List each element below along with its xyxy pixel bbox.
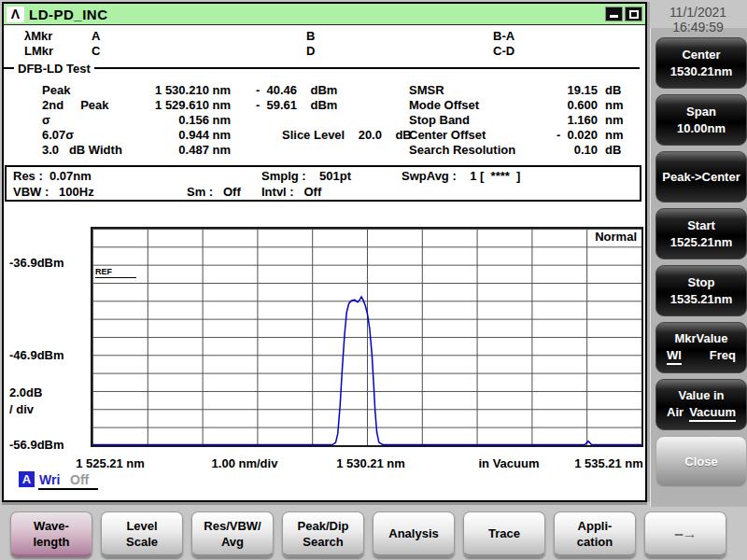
softkey-value: 1530.21nm — [670, 64, 733, 78]
ref-level-marker: REF — [95, 267, 136, 278]
result-value: - 0.020 — [540, 128, 598, 143]
sweep-settings-box: Res : 0.07nm Smplg : 501pt SwpAvg : 1 [ … — [5, 165, 641, 202]
fkey-trace[interactable]: Trace — [463, 511, 545, 557]
marker-c-label: C — [92, 44, 100, 59]
fkey-application[interactable]: Appli- cation — [554, 511, 636, 557]
fkey-label: Analysis — [388, 525, 438, 541]
result-value: 0.600 — [540, 98, 598, 113]
sampling-setting: Smplg : 501pt — [261, 169, 351, 184]
result-label: Center Offset — [409, 128, 540, 143]
fkey-label: cation — [577, 534, 613, 550]
result-value: 0.156 nm — [140, 113, 231, 128]
softkey-label: Center — [682, 48, 720, 62]
fkey-analysis[interactable]: Analysis — [373, 511, 455, 557]
result-label: 6.07σ — [42, 128, 140, 143]
fkey-label: Peak/Dip — [298, 518, 349, 534]
fkey-level-scale[interactable]: Level Scale — [101, 511, 183, 557]
datetime-display: 11/1/2021 16:49:59 — [649, 5, 747, 35]
sweep-average-setting: SwpAvg : 1 [ **** ] — [402, 169, 520, 184]
trace-off-label[interactable]: Off — [70, 472, 89, 487]
result-label: 3.0 dB Width — [42, 143, 140, 158]
result-row: Mode Offset0.600nm — [409, 98, 624, 113]
result-row: Search Resolution0.10dB — [409, 143, 624, 158]
option-frequency[interactable]: Freq — [710, 348, 736, 365]
fkey-label: Scale — [126, 534, 158, 550]
smoothing-setting: Sm : Off — [187, 185, 241, 200]
y-scale-unit-label: / div — [9, 402, 84, 416]
resolution-setting: Res : 0.07nm — [13, 169, 92, 184]
softkey-span[interactable]: Span 10.00nm — [655, 94, 747, 146]
fkey-wavelength[interactable]: Wave- length — [10, 511, 92, 557]
trace-a-badge[interactable]: A — [19, 471, 35, 487]
result-row: 2nd Peak1 529.610 nm- 59.61 dBm — [42, 98, 412, 113]
trace-write-label[interactable]: Wri — [39, 472, 60, 487]
marker-c-d-label: C-D — [493, 44, 514, 59]
result-row: σ0.156 nm — [42, 113, 412, 128]
result-label: SMSR — [409, 83, 540, 98]
result-row: Peak1 530.210 nm- 40.46 dBm — [42, 83, 412, 98]
x-axis-div-label: 1.00 nm/div — [212, 456, 278, 470]
option-air[interactable]: Air — [667, 405, 684, 422]
maximize-button[interactable] — [625, 7, 642, 21]
softkey-close[interactable]: Close — [655, 436, 747, 487]
softkey-center[interactable]: Center 1530.21nm — [655, 37, 747, 89]
softkey-label: MkrValue — [674, 331, 727, 345]
result-unit: dB — [605, 83, 621, 98]
fkey-label: Appli- — [578, 518, 613, 534]
marker-a-label: A — [92, 29, 100, 44]
softkey-value-in[interactable]: Value in Air Vacuum — [655, 379, 747, 430]
fkey-label: Search — [303, 534, 343, 550]
result-row: Stop Band1.160nm — [409, 113, 624, 128]
result-unit: nm — [605, 128, 624, 143]
trace-mode-label: Normal — [595, 230, 637, 244]
y-axis-label-top: -36.9dBm — [9, 256, 84, 270]
level-marker-label: LMkr — [24, 44, 53, 59]
legend-rule-left — [4, 67, 14, 69]
x-axis-stop-label: 1 535.21 nm — [574, 456, 643, 470]
softkey-value: 1525.21nm — [670, 235, 733, 249]
minimize-icon — [610, 15, 618, 18]
option-vacuum[interactable]: Vacuum — [689, 405, 736, 422]
lambda-marker-label: λMkr — [24, 29, 52, 44]
result-label: σ — [42, 113, 140, 128]
osa-screen: 11/1/2021 16:49:59 Λ LD-PD_INC λMkr A B … — [0, 0, 747, 560]
maximize-icon — [629, 10, 639, 19]
option-wavelength[interactable]: Wl — [667, 348, 682, 365]
result-label: Peak — [42, 83, 140, 98]
fkey-label: length — [34, 534, 70, 550]
y-scale-label: 2.0dB — [9, 385, 84, 399]
softkey-peak-to-center[interactable]: Peak->Center — [655, 151, 747, 203]
result-label: 2nd Peak — [42, 98, 140, 113]
result-value: 0.10 — [540, 143, 598, 158]
softkey-label: Stop — [688, 275, 715, 289]
softkey-start[interactable]: Start 1525.21nm — [655, 208, 747, 259]
result-value: 1 530.210 nm — [140, 83, 231, 98]
result-label: Search Resolution — [409, 143, 540, 158]
softkey-marker-value[interactable]: MkrValue Wl Freq — [655, 322, 747, 373]
softkey-label: Span — [686, 105, 716, 119]
date-label: 11/1/2021 — [649, 5, 747, 20]
window-title: LD-PD_INC — [29, 7, 108, 22]
result-value: 1.160 — [540, 113, 598, 128]
fkey-label: Trace — [488, 525, 520, 541]
marker-b-a-label: B-A — [493, 29, 514, 44]
x-axis-start-label: 1 525.21 nm — [76, 456, 145, 470]
result-row: 6.07σ0.944 nmSlice Level 20.0 dB — [42, 128, 412, 143]
analysis-title: DFB-LD Test — [14, 62, 94, 76]
result-row: 3.0 dB Width0.487 nm — [42, 143, 412, 158]
result-label: Stop Band — [409, 113, 540, 128]
analysis-legend-row: DFB-LD Test — [4, 61, 644, 76]
softkey-stop[interactable]: Stop 1535.21nm — [655, 265, 747, 316]
vbw-setting: VBW : 100Hz — [13, 185, 94, 200]
softkey-label: Start — [687, 218, 715, 232]
result-row: SMSR19.15dB — [409, 83, 624, 98]
fkey-peak-dip-search[interactable]: Peak/Dip Search — [282, 511, 364, 557]
result-value: 0.487 nm — [140, 143, 231, 158]
marker-b-label: B — [306, 29, 315, 44]
fkey-res-vbw-avg[interactable]: Res/VBW/ Avg — [191, 511, 274, 557]
minimize-button[interactable] — [605, 7, 623, 21]
title-bar: Λ LD-PD_INC — [4, 4, 645, 25]
spectrum-plot-area: Normal REF — [91, 227, 643, 447]
fkey-more-pages[interactable]: --→ — [644, 511, 726, 557]
result-unit: dB — [605, 143, 621, 158]
